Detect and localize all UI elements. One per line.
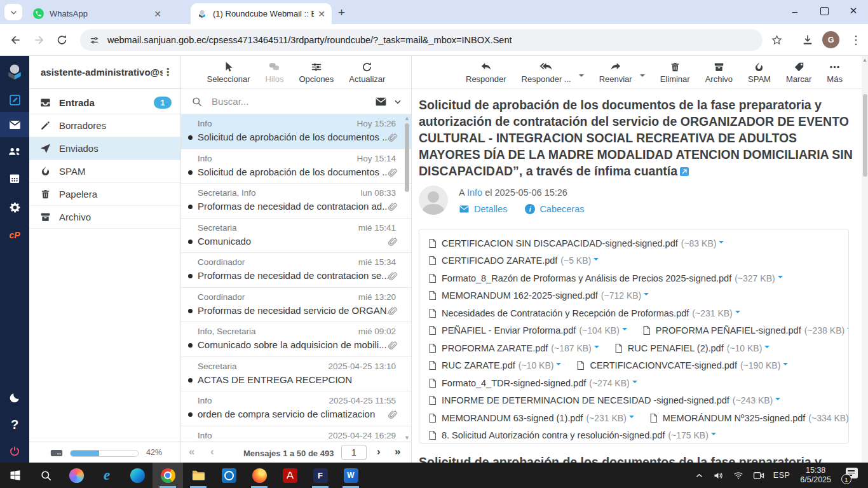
list-item[interactable]: Info 2025-04-24 16:29 (181, 426, 411, 442)
bookmark-star-icon[interactable] (771, 34, 783, 46)
logout-power-icon[interactable] (0, 438, 29, 464)
browser-menu-icon[interactable]: ⋮ (850, 33, 862, 47)
threads-button[interactable]: Hilos (266, 61, 284, 83)
details-link[interactable]: Detalles (474, 204, 507, 214)
headers-link[interactable]: Cabeceras (539, 204, 584, 214)
search-input[interactable] (210, 95, 375, 107)
minimize-button[interactable]: – (780, 0, 810, 22)
scroll-up-icon[interactable]: ▲ (404, 115, 410, 121)
tab-search-button[interactable] (4, 4, 22, 20)
file-explorer-taskbar-icon[interactable] (183, 463, 214, 488)
start-button[interactable] (0, 463, 31, 488)
attachment-menu-caret-icon[interactable] (632, 381, 637, 386)
reply-button[interactable]: Responder (466, 61, 506, 83)
sidebar-item-entrada[interactable]: Entrada 1 (29, 92, 180, 114)
tray-chevron-up-icon[interactable] (695, 471, 704, 480)
mark-button[interactable]: Marcar (786, 61, 811, 83)
taskbar-search-button[interactable] (31, 463, 61, 488)
calendar-nav-button[interactable] (0, 166, 29, 191)
help-icon[interactable]: ? (0, 412, 29, 437)
forward-button[interactable]: Reenviar (599, 61, 632, 83)
taskbar-clock[interactable]: 15:38 6/5/2025 (800, 466, 831, 485)
attachment-item[interactable]: MEMORÁNDUM Nº325-signed.pdf(~334 KB) (649, 413, 849, 423)
outlook-taskbar-icon[interactable] (214, 463, 244, 488)
attachment-menu-caret-icon[interactable] (775, 398, 780, 403)
scroll-thumb[interactable] (863, 94, 867, 177)
chrome-taskbar-icon[interactable] (153, 463, 183, 488)
list-item[interactable]: Info 2025-04-25 11:55 orden de compra se… (181, 391, 411, 426)
attachment-item[interactable]: CERTIFICACIONVCATE-signed.pdf(~190 KB) (576, 360, 788, 370)
list-item[interactable]: Secretaria, Info lun 08:33 Proformas de … (181, 184, 411, 219)
compose-button[interactable] (0, 87, 29, 112)
tab-close-icon[interactable]: ✕ (154, 9, 161, 19)
tab-close-icon[interactable]: ✕ (318, 9, 325, 19)
wifi-icon[interactable] (733, 470, 744, 480)
last-page-button[interactable]: » (395, 445, 400, 458)
attachment-item[interactable]: CERTIFICACION SIN DISCAPACIDAD-signed-si… (428, 238, 724, 248)
settings-nav-button[interactable] (0, 194, 29, 220)
attachment-menu-caret-icon[interactable] (644, 293, 649, 298)
scroll-down-icon[interactable]: ▼ (404, 435, 410, 441)
language-indicator[interactable]: ESP (773, 471, 790, 480)
attachment-menu-caret-icon[interactable] (711, 433, 716, 438)
mail-nav-button[interactable] (0, 112, 29, 137)
firefox-taskbar-icon[interactable] (244, 463, 275, 488)
sidebar-item-archivo[interactable]: Archivo (29, 206, 180, 229)
list-item[interactable]: Coordinador mié 15:34 Proformas de neces… (181, 253, 411, 288)
next-page-button[interactable]: › (377, 445, 381, 458)
attachment-item[interactable]: CERTIFICADO ZARATE.pdf(~5 KB) (428, 255, 599, 266)
attachment-menu-caret-icon[interactable] (622, 328, 627, 333)
reload-button[interactable] (56, 34, 68, 46)
attachment-menu-caret-icon[interactable] (778, 276, 783, 281)
attachment-item[interactable]: PEÑAFIEL - Enviar Proforma.pdf(~104 KB) (428, 325, 627, 336)
attachment-menu-caret-icon[interactable] (556, 363, 561, 368)
meet-now-icon[interactable] (753, 471, 764, 480)
spam-button[interactable]: SPAM (748, 61, 771, 83)
options-button[interactable]: Opciones (299, 61, 334, 83)
search-options-chevron-icon[interactable] (393, 97, 402, 106)
forward-button[interactable] (33, 34, 46, 46)
select-button[interactable]: Seleccionar (207, 61, 250, 83)
scroll-thumb[interactable] (405, 123, 409, 192)
tab-roundcube[interactable]: (1) Roundcube Webmail :: Envia ✕ (191, 3, 332, 24)
reply-all-caret-icon[interactable] (579, 74, 584, 79)
profile-avatar[interactable]: G (822, 31, 839, 48)
prev-page-button[interactable]: ‹ (210, 445, 214, 458)
more-button[interactable]: Más (827, 61, 843, 83)
cpanel-icon[interactable]: cP (0, 222, 29, 248)
archive-button[interactable]: Archivo (705, 61, 733, 83)
attachment-item[interactable]: PROFORMA PEÑAFIEL-signed.pdf(~238 KB) (642, 325, 849, 336)
edge-taskbar-icon[interactable] (122, 463, 153, 488)
attachment-item[interactable]: PROFORMA ZARATE.pdf(~187 KB) (428, 343, 599, 353)
message-scrollbar[interactable]: ▲ (862, 56, 868, 463)
attachment-item[interactable]: Formato_8_Razón de Proformas y Análisis … (428, 273, 783, 283)
contacts-nav-button[interactable] (0, 139, 29, 164)
attachment-item[interactable]: INFORME DE DETERMINACION DE NECESIDAD -s… (428, 395, 780, 405)
external-link-icon[interactable] (680, 167, 689, 176)
search-scope-mail-icon[interactable] (375, 97, 387, 107)
attachment-item[interactable]: Formato_4_TDR-signed-signed.pdf(~274 KB) (428, 378, 637, 388)
attachment-menu-caret-icon[interactable] (764, 346, 770, 351)
reply-all-button[interactable]: Responder ... (522, 61, 571, 83)
list-item[interactable]: Info Hoy 15:14 Solicitud de aprobación d… (181, 149, 411, 184)
attachment-menu-caret-icon[interactable] (594, 346, 599, 351)
address-bar[interactable]: webmail.sanjuan.gob.ec/cpsess4713464511/… (80, 29, 763, 51)
attachment-item[interactable]: MEMORANDUM 63-signed (1).pdf(~231 KB) (428, 413, 634, 423)
dark-mode-icon[interactable] (0, 385, 29, 410)
attachment-menu-caret-icon[interactable] (629, 416, 634, 421)
attachment-menu-caret-icon[interactable] (593, 258, 599, 263)
list-item[interactable]: Info, Secretaria mié 09:02 Comunicado so… (181, 322, 411, 357)
back-button[interactable] (9, 34, 22, 46)
volume-icon[interactable] (713, 470, 724, 481)
forms-app-taskbar-icon[interactable]: F (305, 463, 336, 488)
list-item[interactable]: Info Hoy 15:26 Solicitud de aprobación d… (181, 114, 411, 149)
sidebar-item-papelera[interactable]: Papelera (29, 183, 180, 206)
delete-button[interactable]: Eliminar (660, 61, 690, 83)
attachment-menu-caret-icon[interactable] (719, 241, 724, 246)
close-window-button[interactable]: ✕ (839, 0, 868, 22)
list-item[interactable]: Coordinador mié 13:20 Proformas de neces… (181, 288, 411, 323)
attachment-item[interactable]: Necesidades de Contratación y Recepción … (428, 308, 740, 318)
page-input[interactable] (341, 445, 367, 460)
copilot-taskbar-icon[interactable] (61, 463, 92, 488)
acrobat-taskbar-icon[interactable] (275, 463, 305, 488)
